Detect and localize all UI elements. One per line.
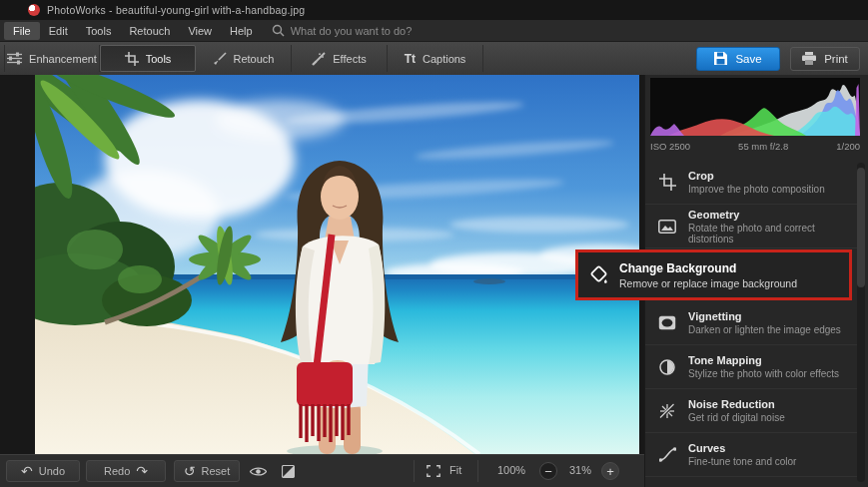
crop-icon — [657, 173, 677, 193]
fit-icon — [427, 465, 440, 477]
menubar: File Edit Tools Retouch View Help — [0, 20, 868, 42]
reset-icon: ↺ — [184, 464, 196, 478]
tone-mapping-icon — [657, 357, 677, 377]
save-button[interactable]: Save — [696, 47, 780, 71]
vignette-icon — [657, 313, 677, 333]
tool-desc: Remove or replace image background — [619, 277, 797, 289]
preview-original-button[interactable] — [246, 460, 270, 482]
tab-label: Captions — [423, 53, 465, 65]
zoom-level-value: 31% — [569, 464, 591, 476]
undo-button[interactable]: ↶ Undo — [6, 460, 80, 482]
print-button[interactable]: Print — [790, 47, 860, 71]
fit-label[interactable]: Fit — [449, 464, 461, 476]
tab-label: Tools — [146, 53, 172, 65]
distant-island — [473, 278, 505, 284]
geometry-icon — [657, 217, 677, 237]
eye-icon — [250, 466, 267, 477]
search-icon — [272, 24, 285, 37]
tool-item-vignetting[interactable]: Vignetting Darken or lighten the image e… — [645, 301, 857, 345]
tab-enhancement[interactable]: Enhancement — [4, 45, 100, 72]
sidebar-scrollbar[interactable] — [857, 163, 865, 482]
tabbar: Enhancement Tools Retouch Effects Tt — [0, 42, 868, 75]
fill-bucket-icon — [587, 264, 609, 286]
exif-iso: ISO 2500 — [650, 141, 690, 152]
printer-icon — [802, 52, 816, 65]
tab-captions[interactable]: Tt Captions — [388, 45, 483, 72]
wand-icon — [312, 52, 326, 66]
sliders-icon — [7, 52, 22, 65]
tool-item-noise-reduction[interactable]: Noise Reduction Get rid of digital noise — [645, 389, 857, 433]
redo-icon: ↷ — [136, 464, 148, 478]
noise-reduction-icon — [657, 401, 677, 421]
tool-item-crop[interactable]: Crop Improve the photo composition — [645, 161, 857, 205]
before-after-button[interactable] — [276, 460, 300, 482]
save-icon — [714, 52, 727, 65]
menu-help[interactable]: Help — [221, 22, 262, 40]
reset-label: Reset — [201, 465, 230, 477]
tool-item-change-background[interactable]: Change Background Remove or replace imag… — [575, 249, 852, 300]
titlebar: PhotoWorks - beautiful-young-girl with-a… — [0, 0, 868, 20]
scrollbar-thumb[interactable] — [857, 168, 865, 287]
print-label: Print — [824, 53, 848, 65]
tab-label: Enhancement — [29, 53, 97, 65]
redo-label: Redo — [104, 465, 130, 477]
exif-lens: 55 mm f/2.8 — [738, 141, 788, 152]
split-view-icon — [282, 465, 295, 478]
reset-button[interactable]: ↺ Reset — [174, 460, 240, 482]
undo-icon: ↶ — [21, 464, 33, 478]
tool-item-curves[interactable]: Curves Fine-tune tone and color — [645, 433, 857, 477]
photo-beach-woman — [35, 75, 639, 454]
tab-effects[interactable]: Effects — [292, 45, 388, 72]
redo-button[interactable]: Redo ↷ — [86, 460, 166, 482]
tool-item-grain[interactable]: Grain Apply film-grain effect — [645, 477, 857, 487]
tab-retouch[interactable]: Retouch — [196, 45, 292, 72]
photoworks-window: PhotoWorks - beautiful-young-girl with-a… — [0, 0, 868, 487]
crop-icon — [125, 52, 139, 66]
tab-label: Retouch — [234, 53, 275, 65]
tool-list: Crop Improve the photo composition Geome… — [645, 161, 857, 487]
brush-icon — [213, 52, 227, 66]
exif-shutter: 1/200 — [836, 141, 860, 152]
text-icon: Tt — [405, 52, 416, 66]
tool-name: Change Background — [619, 261, 797, 275]
exif-info: ISO 2500 55 mm f/2.8 1/200 — [650, 138, 860, 154]
plus-icon: + — [606, 465, 614, 478]
menu-tools[interactable]: Tools — [77, 22, 121, 40]
search-input[interactable] — [291, 25, 480, 37]
minus-icon: − — [544, 465, 552, 478]
menu-view[interactable]: View — [179, 22, 221, 40]
zoom-in-button[interactable]: + — [601, 462, 619, 480]
tab-tools[interactable]: Tools — [100, 45, 196, 72]
curves-icon — [657, 445, 677, 465]
menu-edit[interactable]: Edit — [40, 22, 77, 40]
undo-label: Undo — [39, 465, 65, 477]
tab-label: Effects — [333, 53, 366, 65]
window-title: PhotoWorks - beautiful-young-girl with-a… — [47, 4, 305, 16]
zoom-out-button[interactable]: − — [539, 462, 557, 480]
editor-canvas — [0, 75, 644, 454]
menu-retouch[interactable]: Retouch — [120, 22, 179, 40]
photoworks-logo-icon — [28, 4, 40, 16]
menu-file[interactable]: File — [4, 22, 40, 40]
fit-screen-button[interactable] — [422, 460, 445, 482]
bottom-toolbar: ↶ Undo Redo ↷ ↺ Reset — [0, 454, 644, 487]
tool-item-tone-mapping[interactable]: Tone Mapping Stylize the photo with colo… — [645, 345, 857, 389]
zoom-100-button[interactable]: 100% — [497, 464, 525, 476]
save-label: Save — [735, 53, 761, 65]
tool-item-geometry[interactable]: Geometry Rotate the photo and correct di… — [645, 205, 857, 248]
histogram — [650, 78, 860, 136]
